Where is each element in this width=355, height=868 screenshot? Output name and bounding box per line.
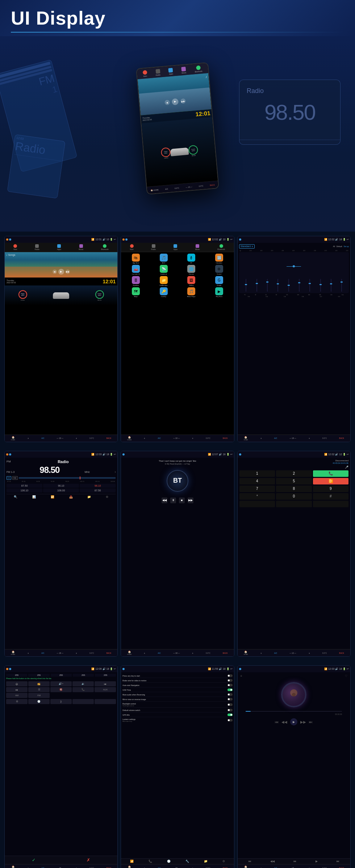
preset-98-10[interactable]: 98.10	[80, 484, 116, 488]
preset-108-00[interactable]: 108.00	[43, 488, 79, 492]
steer-btn-phone[interactable]: 📞	[72, 687, 94, 692]
setting-mute-audio-toggle[interactable]	[227, 693, 233, 696]
key-star[interactable]: *	[239, 493, 275, 500]
sc-dx-btn[interactable]: DX	[7, 476, 11, 480]
sc-nav-apps[interactable]: Apps	[57, 244, 61, 250]
app-carbitlink[interactable]: 📡CarbitLink	[150, 265, 177, 275]
steer-btn-settings[interactable]: ⚙	[6, 699, 28, 704]
app-google[interactable]: GGoogle	[206, 276, 233, 286]
app-mcxkey[interactable]: 🔑mcxKey	[150, 287, 177, 297]
steer-confirm-btn[interactable]: ✓	[32, 858, 36, 863]
music-next-btn[interactable]: ⏭	[309, 720, 313, 724]
steer-cancel-btn[interactable]: ✗	[87, 858, 90, 863]
settings-tab-folder[interactable]: 📁	[204, 860, 208, 863]
steer-btn-clock[interactable]: 🕐	[28, 699, 50, 704]
key-7[interactable]: 7	[239, 486, 275, 492]
steer-btn-bt[interactable]: ₿	[50, 699, 72, 704]
app-carlink[interactable]: 🚗Car Link 2.0	[122, 265, 149, 275]
setting-gsd-time-toggle[interactable]	[227, 689, 233, 691]
sc-nav-music[interactable]: Music	[79, 244, 83, 250]
music-tab-2[interactable]: ◀◀	[270, 860, 275, 863]
setting-backlight-toggle[interactable]	[227, 703, 233, 706]
app-calculator[interactable]: 🔢Calculator	[206, 254, 233, 264]
app-filemanager[interactable]: 📁FileManager	[150, 276, 177, 286]
steer-btn-power[interactable]: ⏻	[6, 681, 28, 686]
settings-tab-clock[interactable]: 🕐	[167, 860, 171, 863]
sc-apps-nav-bt[interactable]: Bluetooth	[217, 244, 225, 250]
key-0[interactable]: 0	[276, 493, 312, 500]
app-playstore[interactable]: ▶Play Store	[206, 287, 233, 297]
settings-tab-wrench[interactable]: 🔧	[185, 860, 189, 863]
steer-btn-am[interactable]: AM	[6, 693, 28, 698]
app-appstore[interactable]: 🛍App Store	[122, 254, 149, 264]
sc-eq-default-btn[interactable]: Default	[337, 245, 342, 247]
music-tab-3[interactable]: ⏮	[293, 860, 296, 863]
key-2[interactable]: 2	[276, 470, 312, 477]
preset-87-50[interactable]: 87.50	[7, 484, 42, 488]
sc-ind-btn[interactable]: IND	[12, 476, 18, 480]
sc-radio-arrow-right[interactable]: ›	[115, 471, 116, 473]
sc-nav-navi[interactable]: Navi	[13, 244, 17, 250]
setting-default-vol-toggle[interactable]	[227, 709, 233, 711]
key-call[interactable]: 📞	[313, 470, 348, 477]
sc-eq-setup-btn[interactable]: Set up	[344, 245, 349, 247]
sc-nav-radio[interactable]: Radio	[35, 244, 39, 250]
music-heart-icon[interactable]: ♡	[345, 674, 347, 678]
radio-export-icon[interactable]: 📤	[69, 495, 73, 499]
preset-87-50b[interactable]: 87.50	[80, 488, 116, 492]
radio-search-icon[interactable]: 🔍	[14, 495, 17, 499]
music-rew-btn[interactable]: ◀◀	[281, 720, 287, 724]
key-9[interactable]: 9	[313, 486, 348, 492]
sc-apps-nav-navi[interactable]: Navi	[130, 244, 134, 250]
app-aux[interactable]: 🎵AUX	[150, 254, 177, 264]
radio-loop-icon[interactable]: 🔁	[51, 495, 54, 499]
radio-settings-icon[interactable]: ⚙	[106, 495, 108, 499]
setting-gps-mix-toggle[interactable]	[227, 714, 233, 716]
sc-bt-prev-btn[interactable]: ◀◀	[162, 497, 167, 503]
setting-auto-nav-toggle[interactable]	[227, 684, 233, 686]
steer-btn-mute[interactable]: 🔇	[50, 687, 72, 692]
music-menu-icon[interactable]: ≡	[241, 674, 242, 678]
radio-eq-icon[interactable]: 📊	[32, 495, 36, 499]
steer-btn-fm[interactable]: FM	[28, 693, 50, 698]
music-tab-4[interactable]: ▶	[316, 860, 318, 863]
settings-tab-gear[interactable]: ⚙	[222, 860, 225, 863]
sc-nav-bt[interactable]: Bluetooth	[101, 244, 109, 250]
preset-90-10[interactable]: 90.10	[43, 484, 79, 488]
preset-106-10[interactable]: 106.10	[7, 488, 42, 492]
app-chrome[interactable]: 🌐Chrome	[178, 265, 205, 275]
sc-bt-playpause-btn[interactable]: ⏸	[170, 497, 176, 503]
music-tab-1[interactable]: ⏭	[248, 860, 251, 863]
key-endcall[interactable]: 📴	[313, 478, 348, 484]
radio-folder-icon[interactable]: 📁	[87, 495, 91, 499]
key-4[interactable]: 4	[239, 478, 275, 484]
sc-apps-nav-music[interactable]: Music	[195, 244, 200, 250]
setting-lantern-toggle[interactable]	[227, 719, 233, 721]
steer-btn-prev[interactable]: ⏮	[95, 681, 116, 686]
sc-apps-nav-radio[interactable]: Radio	[151, 244, 156, 250]
steer-btn-mode[interactable]: ☰	[28, 687, 50, 692]
app-equalizer[interactable]: 🎛Equalizer	[122, 276, 149, 286]
app-gallery[interactable]: 🖼Gallery	[178, 276, 205, 286]
music-fwd-btn[interactable]: ▶▶	[300, 720, 306, 724]
setting-mirror-view-toggle[interactable]	[227, 698, 233, 700]
key-5[interactable]: 5	[276, 478, 312, 484]
sc-bt-stop-btn[interactable]: ■	[179, 497, 185, 503]
settings-tab-wifi[interactable]: 📶	[130, 860, 134, 863]
steer-btn-radio[interactable]: 📻	[28, 681, 50, 686]
app-bt[interactable]: ₿BT	[178, 254, 205, 264]
sc-bt-next-btn[interactable]: ▶▶	[188, 497, 193, 503]
music-tab-5[interactable]: ⏭	[337, 860, 339, 863]
music-prev-btn[interactable]: ⏮	[275, 720, 279, 724]
music-play-btn[interactable]: ▶	[290, 718, 297, 725]
app-maps[interactable]: 🗺Maps	[122, 287, 149, 297]
sc-eq-all-btn[interactable]: All	[333, 245, 335, 247]
setting-press-key-toggle[interactable]	[227, 674, 233, 677]
app-musicplayer[interactable]: 🎵Music Player	[178, 287, 205, 297]
key-8[interactable]: 8	[276, 486, 312, 492]
app-control[interactable]: ⚙Control	[206, 265, 233, 275]
steer-btn-volup[interactable]: 🔊+	[50, 681, 72, 686]
setting-brake-wire-toggle[interactable]	[227, 679, 233, 682]
key-1[interactable]: 1	[239, 470, 275, 477]
steer-btn-aux[interactable]: AUX	[95, 687, 116, 692]
